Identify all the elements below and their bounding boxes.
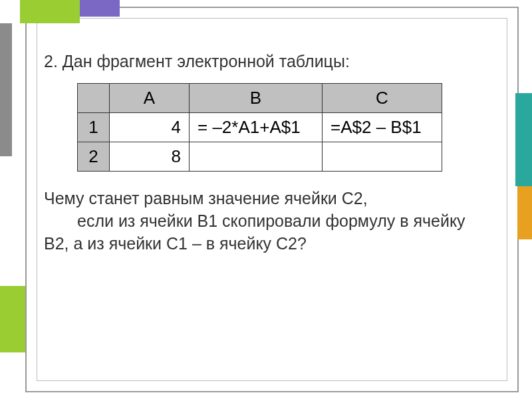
decoration-right-teal <box>515 93 532 186</box>
table-row: 2 8 <box>78 142 442 172</box>
question-line-1: Чему станет равным значение ячейки С2, <box>44 189 368 207</box>
slide-outer-frame: 2. Дан фрагмент электронной таблицы: А В… <box>25 7 519 392</box>
col-header-c: С <box>323 84 442 113</box>
decoration-left-gray <box>0 23 12 156</box>
cell-a1: 4 <box>110 113 190 142</box>
intro-text: 2. Дан фрагмент электронной таблицы: <box>44 52 487 71</box>
question-text: Чему станет равным значение ячейки С2, е… <box>44 188 487 255</box>
decoration-top-purple <box>80 0 120 17</box>
table-row: 1 4 = –2*A1+A$1 =A$2 – B$1 <box>78 113 442 142</box>
col-header-a: А <box>110 84 190 113</box>
cell-b2 <box>190 142 323 172</box>
cell-c2 <box>323 142 442 172</box>
decoration-left-green <box>0 286 25 352</box>
decoration-right-orange <box>517 186 532 239</box>
cell-b1: = –2*A1+A$1 <box>190 113 323 142</box>
header-row: А В С <box>78 84 442 113</box>
decoration-top-green <box>20 0 80 23</box>
corner-cell <box>78 84 110 113</box>
question-line-2: если из ячейки В1 скопировали формулу в … <box>44 211 466 253</box>
col-header-b: В <box>190 84 323 113</box>
slide-inner-frame: 2. Дан фрагмент электронной таблицы: А В… <box>37 18 507 381</box>
spreadsheet-table: А В С 1 4 = –2*A1+A$1 =A$2 – B$1 2 8 <box>77 83 442 172</box>
cell-a2: 8 <box>110 142 190 172</box>
row-header-2: 2 <box>78 142 110 172</box>
cell-c1: =A$2 – B$1 <box>323 113 442 142</box>
row-header-1: 1 <box>78 113 110 142</box>
